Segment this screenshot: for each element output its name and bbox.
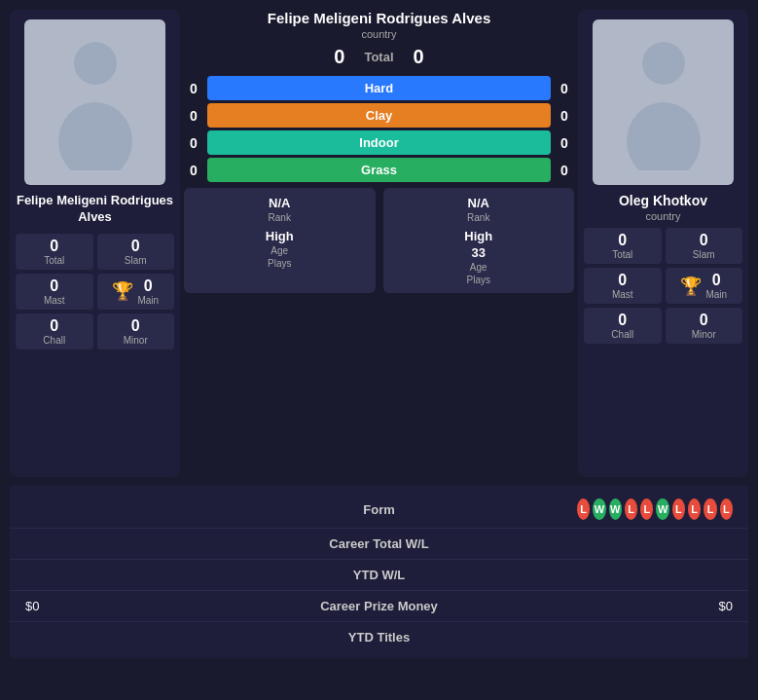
player1-chall: 0 bbox=[21, 317, 88, 335]
player2-slam: 0 bbox=[671, 232, 738, 249]
total-label: Total bbox=[364, 50, 393, 64]
player2-high: High bbox=[464, 229, 492, 243]
trophy1-icon: 🏆 bbox=[112, 280, 133, 302]
player2-mast-cell: 0 Mast bbox=[584, 268, 662, 304]
ytd-wl-label: YTD W/L bbox=[181, 568, 577, 582]
player1-slam-cell: 0 Slam bbox=[97, 234, 175, 270]
player1-trophy-cell: 🏆 0 Main bbox=[97, 274, 175, 310]
player2-main-label: Main bbox=[705, 289, 727, 300]
form-badges: LWWLLWLLLL bbox=[577, 498, 733, 520]
career-total-label: Career Total W/L bbox=[181, 536, 577, 551]
player2-slam-label: Slam bbox=[671, 249, 738, 260]
player2-card: Oleg Khotkov country 0 Total 0 Slam 0 Ma… bbox=[578, 10, 748, 477]
grass-row: 0 Grass 0 bbox=[184, 158, 574, 182]
form-badge-l: L bbox=[625, 498, 637, 520]
player1-mast-cell: 0 Mast bbox=[16, 274, 93, 310]
player1-name-top: Felipe Meligeni Rodrigues Alves bbox=[268, 10, 491, 26]
form-badge-l: L bbox=[688, 498, 701, 520]
player2-minor-cell: 0 Minor bbox=[666, 308, 743, 344]
player2-chall: 0 bbox=[590, 312, 656, 329]
player2-age-label: Age bbox=[470, 262, 487, 273]
player1-high: High bbox=[266, 229, 294, 243]
player2-mast: 0 bbox=[590, 272, 656, 289]
player1-minor: 0 bbox=[103, 317, 169, 335]
prize-right: $0 bbox=[577, 599, 733, 613]
total-row: 0 Total 0 bbox=[184, 46, 574, 68]
player1-main-label: Main bbox=[137, 295, 159, 306]
player2-rank-value: N/A bbox=[468, 196, 489, 210]
total-left: 0 bbox=[334, 46, 344, 68]
form-badge-l: L bbox=[640, 498, 653, 520]
player2-age-value: 33 bbox=[472, 245, 486, 260]
main-container: Felipe Meligeni Rodrigues Alves 0 Total … bbox=[0, 0, 758, 668]
indoor-button[interactable]: Indoor bbox=[207, 130, 551, 155]
form-badge-l: L bbox=[577, 498, 590, 520]
form-badge-l: L bbox=[720, 498, 733, 520]
ytd-titles-row: YTD Titles bbox=[10, 622, 748, 652]
hard-left: 0 bbox=[184, 81, 203, 96]
player1-main: 0 bbox=[137, 277, 159, 295]
hard-right: 0 bbox=[555, 81, 574, 96]
player2-chall-label: Chall bbox=[590, 329, 656, 340]
svg-point-1 bbox=[58, 102, 132, 170]
player1-chall-label: Chall bbox=[21, 335, 88, 346]
form-badge-w: W bbox=[609, 498, 622, 520]
player1-chall-cell: 0 Chall bbox=[16, 313, 93, 350]
form-badge-w: W bbox=[656, 498, 668, 520]
player1-minor-cell: 0 Minor bbox=[97, 313, 175, 350]
total-right: 0 bbox=[414, 46, 424, 68]
player1-total-cell: 0 Total bbox=[16, 234, 93, 270]
grass-button[interactable]: Grass bbox=[207, 158, 551, 182]
svg-point-3 bbox=[627, 102, 701, 170]
middle-section: Felipe Meligeni Rodrigues Alves country … bbox=[180, 10, 578, 477]
form-label: Form bbox=[181, 502, 577, 517]
player1-card: Felipe Meligeni Rodrigues Alves 0 Total … bbox=[10, 10, 180, 477]
player1-rank-value: N/A bbox=[269, 196, 290, 210]
form-badge-w: W bbox=[593, 498, 605, 520]
player1-minor-label: Minor bbox=[103, 335, 169, 346]
player1-slam-label: Slam bbox=[103, 255, 169, 266]
player1-rank-label: Rank bbox=[269, 212, 291, 223]
hard-button[interactable]: Hard bbox=[207, 76, 551, 100]
player2-total-cell: 0 Total bbox=[584, 228, 662, 264]
players-row: Felipe Meligeni Rodrigues Alves 0 Total … bbox=[10, 10, 748, 477]
indoor-right: 0 bbox=[555, 135, 574, 151]
prize-row: $0 Career Prize Money $0 bbox=[10, 591, 748, 622]
surface-rows: 0 Hard 0 0 Clay 0 0 Indoor 0 0 Grass bbox=[184, 76, 574, 182]
player2-stats-box: N/A Rank High 33 Age Plays bbox=[383, 188, 575, 293]
player1-name: Felipe Meligeni Rodrigues Alves bbox=[16, 193, 174, 226]
player2-country: country bbox=[645, 210, 680, 222]
clay-button[interactable]: Clay bbox=[207, 103, 551, 128]
stats-boxes-row: N/A Rank High Age Plays N/A Rank High 33… bbox=[184, 188, 574, 293]
clay-row: 0 Clay 0 bbox=[184, 103, 574, 128]
player1-stats-box: N/A Rank High Age Plays bbox=[184, 188, 376, 293]
prize-label: Career Prize Money bbox=[181, 599, 577, 613]
player1-age-label: Age bbox=[271, 245, 288, 256]
player1-avatar bbox=[24, 19, 165, 185]
clay-left: 0 bbox=[184, 108, 203, 124]
player2-stats: 0 Total 0 Slam 0 Mast 🏆 0 Main bbox=[584, 228, 742, 344]
clay-right: 0 bbox=[555, 108, 574, 124]
player1-total: 0 bbox=[21, 238, 88, 255]
trophy2-icon: 🏆 bbox=[680, 276, 702, 297]
svg-point-0 bbox=[74, 42, 117, 85]
player1-total-label: Total bbox=[21, 255, 88, 266]
player2-trophy-cell: 🏆 0 Main bbox=[666, 268, 743, 304]
player1-mast: 0 bbox=[21, 277, 88, 295]
form-row: Form LWWLLWLLLL bbox=[10, 491, 748, 529]
hard-row: 0 Hard 0 bbox=[184, 76, 574, 100]
grass-right: 0 bbox=[555, 163, 574, 178]
player1-stats: 0 Total 0 Slam 0 Mast 🏆 0 Main bbox=[16, 234, 174, 350]
player2-minor: 0 bbox=[671, 312, 738, 329]
player1-country: country bbox=[361, 28, 396, 40]
player2-main: 0 bbox=[705, 272, 727, 289]
prize-left: $0 bbox=[25, 599, 181, 613]
player2-total-label: Total bbox=[590, 249, 656, 260]
player2-plays-label: Plays bbox=[467, 275, 490, 285]
form-badge-l: L bbox=[672, 498, 685, 520]
svg-point-2 bbox=[642, 42, 685, 85]
player1-slam: 0 bbox=[103, 238, 169, 255]
player2-mast-label: Mast bbox=[590, 289, 656, 300]
player2-slam-cell: 0 Slam bbox=[666, 228, 743, 264]
grass-left: 0 bbox=[184, 163, 203, 178]
